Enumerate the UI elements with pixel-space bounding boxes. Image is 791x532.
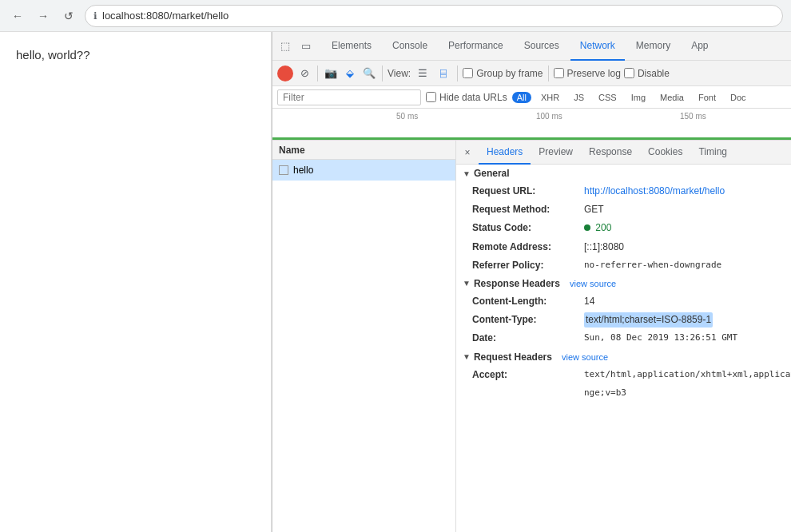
page-content: hello, world?? [0,32,272,532]
tab-response[interactable]: Response [581,141,640,165]
devtools-icons: ⬚ ▭ [276,37,316,56]
header-name-request-url: Request URL: [472,184,584,199]
preserve-log-checkbox[interactable] [554,68,564,78]
header-row-remote-address: Remote Address: [::1]:8080 [456,238,791,256]
page-hello-text: hello, world?? [16,48,255,62]
back-button[interactable]: ← [8,6,27,26]
timeline-label-100ms: 100 ms [536,112,562,121]
header-name-date: Date: [472,331,584,346]
request-headers-section-header[interactable]: Request Headers view source [456,348,791,366]
general-section-header[interactable]: General [456,165,791,182]
browser-bar: ← → ↺ ℹ localhost:8080/market/hello [0,0,791,32]
search-icon[interactable]: 🔍 [361,66,377,81]
group-by-frame-checkbox[interactable] [463,68,473,78]
request-list: Name hello [272,141,456,532]
group-by-frame-label[interactable]: Group by frame [463,68,543,79]
header-row-request-url: Request URL: http://localhost:8080/marke… [456,182,791,200]
camera-icon[interactable]: 📷 [323,66,339,81]
filter-type-xhr[interactable]: XHR [536,92,564,103]
header-name-content-length: Content-Length: [472,294,584,309]
filter-type-media[interactable]: Media [655,92,689,103]
devtools-panel: ⬚ ▭ Elements Console Performance Sources… [272,32,791,532]
headers-content: General Request URL: http://localhost:80… [456,165,791,532]
timeline-progress-bar [272,137,791,140]
request-item-checkbox [279,165,288,175]
header-value-accept-cont: nge;v=b3 [584,386,626,400]
request-item-hello[interactable]: hello [272,160,455,181]
filter-type-img[interactable]: Img [626,92,650,103]
hide-data-urls-label[interactable]: Hide data URLs [426,92,507,103]
detail-tabs-wrapper: × Headers Preview Response Cookies Timin… [456,141,791,532]
toolbar-separator-1 [317,66,318,81]
preserve-log-label[interactable]: Preserve log [554,68,621,79]
response-headers-view-source[interactable]: view source [570,279,616,288]
disable-label[interactable]: Disable [624,68,670,79]
tab-console[interactable]: Console [383,32,437,61]
tab-elements[interactable]: Elements [322,32,381,61]
tab-network[interactable]: Network [570,32,625,61]
timeline-label-150ms: 150 ms [680,112,706,121]
filter-type-font[interactable]: Font [694,92,721,103]
tab-cookies[interactable]: Cookies [640,141,690,165]
stop-icon[interactable]: ⊘ [296,66,312,81]
header-row-content-type: Content-Type: text/html;charset=ISO-8859… [456,311,791,329]
tab-headers[interactable]: Headers [479,141,531,165]
toolbar-separator-2 [382,66,383,81]
status-dot [584,224,590,231]
header-row-accept: Accept: text/html,application/xhtml+xml,… [456,366,791,384]
header-name-content-type: Content-Type: [472,312,584,328]
header-value-content-type: text/html;charset=ISO-8859-1 [584,312,713,328]
hide-data-urls-checkbox[interactable] [426,92,436,102]
header-value-date: Sun, 08 Dec 2019 13:26:51 GMT [584,331,737,346]
close-detail-tab[interactable]: × [459,145,475,161]
disable-checkbox[interactable] [624,68,634,78]
lock-icon: ℹ [93,10,97,22]
header-row-status-code: Status Code: 200 [456,219,791,237]
filter-type-css[interactable]: CSS [594,92,622,103]
inspect-icon[interactable]: ⬚ [276,37,295,56]
filter-type-all[interactable]: All [512,92,531,103]
view-waterfall-icon[interactable]: ⌸ [435,65,452,82]
header-value-accept: text/html,application/xhtml+xml,applicat [584,367,791,383]
header-name-status-code: Status Code: [472,220,584,236]
filter-type-js[interactable]: JS [569,92,589,103]
device-icon[interactable]: ▭ [296,37,316,56]
response-headers-section-header[interactable]: Response Headers view source [456,275,791,292]
header-name-request-method: Request Method: [472,202,584,217]
header-name-accept-cont [472,386,584,400]
record-button[interactable] [277,66,293,81]
url-text: localhost:8080/market/hello [102,10,229,22]
tab-timing[interactable]: Timing [690,141,735,165]
tab-app[interactable]: App [682,32,717,61]
request-list-header: Name [272,141,455,160]
request-item-name: hello [293,165,313,176]
detail-tabs: × Headers Preview Response Cookies Timin… [456,141,791,165]
network-content: Name hello × Headers Preview [272,141,791,532]
timeline-label-50ms: 50 ms [396,112,418,121]
filter-icon[interactable]: ⬙ [342,66,358,81]
request-headers-view-source[interactable]: view source [562,352,608,362]
forward-button[interactable]: → [34,6,53,26]
view-list-icon[interactable]: ☰ [414,65,431,82]
header-value-request-method: GET [584,202,604,217]
tab-preview[interactable]: Preview [531,141,581,165]
tab-performance[interactable]: Performance [439,32,513,61]
header-value-remote-address: [::1]:8080 [584,240,624,255]
filter-type-doc[interactable]: Doc [725,92,751,103]
address-bar[interactable]: ℹ localhost:8080/market/hello [85,5,783,27]
filter-input[interactable] [277,89,421,105]
header-row-request-method: Request Method: GET [456,200,791,219]
timeline: 50 ms 100 ms 150 ms [272,109,791,141]
header-value-request-url: http://localhost:8080/market/hello [584,184,725,199]
tab-memory[interactable]: Memory [626,32,680,61]
header-value-status-code: 200 [584,220,611,236]
toolbar-separator-4 [548,66,549,81]
header-row-date: Date: Sun, 08 Dec 2019 13:26:51 GMT [456,329,791,347]
header-value-referrer-policy: no-referrer-when-downgrade [584,258,721,273]
view-label: View: [388,68,411,79]
tab-sources[interactable]: Sources [515,32,569,61]
devtools-top-tabs: ⬚ ▭ Elements Console Performance Sources… [272,32,791,61]
header-name-accept: Accept: [472,367,584,383]
header-row-content-length: Content-Length: 14 [456,292,791,311]
reload-button[interactable]: ↺ [59,6,78,26]
